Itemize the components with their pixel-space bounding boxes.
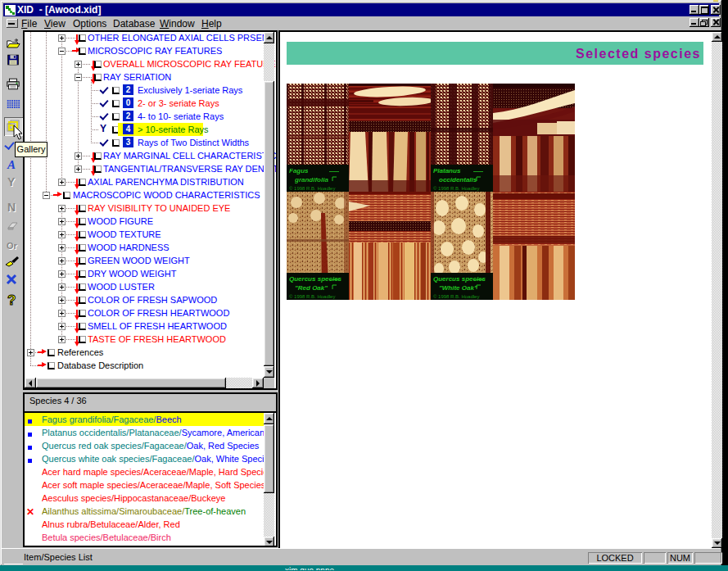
svg-text:occidentalis: occidentalis [439,176,477,184]
svg-text:Fagus: Fagus [289,167,309,174]
svg-text:"White Oak": "White Oak" [439,284,477,292]
svg-text:"Red Oak": "Red Oak" [295,284,328,292]
svg-text:Quercus species: Quercus species [289,275,342,283]
svg-text:grandifolia: grandifolia [294,176,328,184]
svg-text:© 1998 R.B. Hoadley: © 1998 R.B. Hoadley [289,294,335,299]
svg-text:Platanus: Platanus [433,167,461,174]
svg-text:© 1998 R.B. Hoadley: © 1998 R.B. Hoadley [433,186,479,191]
svg-text:© 1998 R.B. Hoadley: © 1998 R.B. Hoadley [433,294,479,299]
svg-text:© 1998 R.B. Hoadley: © 1998 R.B. Hoadley [289,186,335,191]
svg-text:Quercus species: Quercus species [433,275,486,283]
